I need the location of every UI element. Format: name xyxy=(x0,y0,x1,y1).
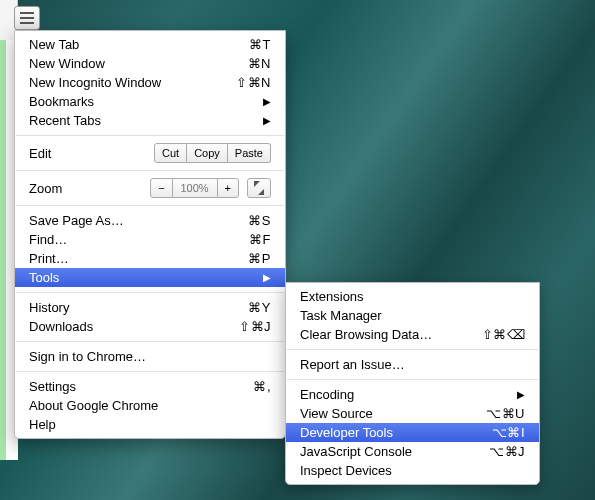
menu-label: About Google Chrome xyxy=(29,398,271,413)
submenu-item-clear-browsing[interactable]: Clear Browsing Data… ⇧⌘⌫ xyxy=(286,325,539,344)
menu-item-new-window[interactable]: New Window ⌘N xyxy=(15,54,285,73)
zoom-in-button[interactable]: + xyxy=(217,178,239,198)
menu-item-downloads[interactable]: Downloads ⇧⌘J xyxy=(15,317,285,336)
menu-shortcut: ⌥⌘I xyxy=(492,425,525,440)
hamburger-icon xyxy=(20,12,34,14)
menu-label: Extensions xyxy=(300,289,525,304)
submenu-item-encoding[interactable]: Encoding ▶ xyxy=(286,385,539,404)
menu-label: Inspect Devices xyxy=(300,463,525,478)
menu-label: Developer Tools xyxy=(300,425,492,440)
menu-item-find[interactable]: Find… ⌘F xyxy=(15,230,285,249)
chrome-menu-button[interactable] xyxy=(14,6,40,30)
menu-item-save-page[interactable]: Save Page As… ⌘S xyxy=(15,211,285,230)
menu-separator xyxy=(16,205,284,206)
menu-separator xyxy=(16,170,284,171)
submenu-item-view-source[interactable]: View Source ⌥⌘U xyxy=(286,404,539,423)
menu-label: New Window xyxy=(29,56,248,71)
menu-item-about[interactable]: About Google Chrome xyxy=(15,396,285,415)
menu-item-edit: Edit Cut Copy Paste xyxy=(15,141,285,165)
menu-shortcut: ⇧⌘J xyxy=(239,319,271,334)
menu-separator xyxy=(287,379,538,380)
menu-item-help[interactable]: Help xyxy=(15,415,285,434)
menu-label: Save Page As… xyxy=(29,213,248,228)
submenu-item-extensions[interactable]: Extensions xyxy=(286,287,539,306)
tools-submenu: Extensions Task Manager Clear Browsing D… xyxy=(285,282,540,485)
menu-shortcut: ⇧⌘N xyxy=(236,75,271,90)
menu-item-settings[interactable]: Settings ⌘, xyxy=(15,377,285,396)
menu-label: Encoding xyxy=(300,387,517,402)
menu-label: View Source xyxy=(300,406,486,421)
menu-shortcut: ⌘Y xyxy=(248,300,271,315)
menu-separator xyxy=(16,371,284,372)
menu-label: JavaScript Console xyxy=(300,444,489,459)
menu-label: Zoom xyxy=(29,181,150,196)
submenu-arrow-icon: ▶ xyxy=(263,96,271,107)
menu-separator xyxy=(16,292,284,293)
menu-item-zoom: Zoom − 100% + xyxy=(15,176,285,200)
zoom-out-button[interactable]: − xyxy=(150,178,172,198)
submenu-item-inspect-devices[interactable]: Inspect Devices xyxy=(286,461,539,480)
zoom-value: 100% xyxy=(173,178,217,198)
menu-shortcut: ⌘N xyxy=(248,56,271,71)
copy-button[interactable]: Copy xyxy=(187,143,228,163)
zoom-button-group: − 100% + xyxy=(150,178,239,198)
menu-shortcut: ⌥⌘J xyxy=(489,444,525,459)
cut-button[interactable]: Cut xyxy=(154,143,187,163)
submenu-item-task-manager[interactable]: Task Manager xyxy=(286,306,539,325)
menu-shortcut: ⌘S xyxy=(248,213,271,228)
chrome-main-menu: New Tab ⌘T New Window ⌘N New Incognito W… xyxy=(14,30,286,439)
menu-label: Tools xyxy=(29,270,263,285)
submenu-item-report-issue[interactable]: Report an Issue… xyxy=(286,355,539,374)
submenu-item-developer-tools[interactable]: Developer Tools ⌥⌘I xyxy=(286,423,539,442)
menu-label: Help xyxy=(29,417,271,432)
menu-shortcut: ⌘F xyxy=(249,232,271,247)
menu-label: Downloads xyxy=(29,319,239,334)
menu-label: Edit xyxy=(29,146,154,161)
menu-item-history[interactable]: History ⌘Y xyxy=(15,298,285,317)
menu-item-bookmarks[interactable]: Bookmarks ▶ xyxy=(15,92,285,111)
menu-label: Report an Issue… xyxy=(300,357,525,372)
menu-item-new-incognito[interactable]: New Incognito Window ⇧⌘N xyxy=(15,73,285,92)
submenu-item-js-console[interactable]: JavaScript Console ⌥⌘J xyxy=(286,442,539,461)
menu-label: Clear Browsing Data… xyxy=(300,327,482,342)
menu-label: Recent Tabs xyxy=(29,113,263,128)
menu-shortcut: ⇧⌘⌫ xyxy=(482,327,526,342)
fullscreen-icon xyxy=(255,182,263,194)
submenu-arrow-icon: ▶ xyxy=(263,272,271,283)
menu-shortcut: ⌥⌘U xyxy=(486,406,525,421)
menu-separator xyxy=(16,341,284,342)
menu-shortcut: ⌘T xyxy=(249,37,271,52)
menu-item-tools[interactable]: Tools ▶ xyxy=(15,268,285,287)
paste-button[interactable]: Paste xyxy=(228,143,271,163)
menu-label: Sign in to Chrome… xyxy=(29,349,271,364)
menu-label: New Incognito Window xyxy=(29,75,236,90)
menu-item-recent-tabs[interactable]: Recent Tabs ▶ xyxy=(15,111,285,130)
menu-label: Settings xyxy=(29,379,253,394)
menu-item-new-tab[interactable]: New Tab ⌘T xyxy=(15,35,285,54)
menu-shortcut: ⌘, xyxy=(253,379,271,394)
menu-shortcut: ⌘P xyxy=(248,251,271,266)
menu-label: History xyxy=(29,300,248,315)
menu-separator xyxy=(287,349,538,350)
submenu-arrow-icon: ▶ xyxy=(517,389,525,400)
edit-button-group: Cut Copy Paste xyxy=(154,143,271,163)
menu-label: Task Manager xyxy=(300,308,525,323)
menu-separator xyxy=(16,135,284,136)
submenu-arrow-icon: ▶ xyxy=(263,115,271,126)
menu-label: New Tab xyxy=(29,37,249,52)
menu-item-signin[interactable]: Sign in to Chrome… xyxy=(15,347,285,366)
menu-label: Print… xyxy=(29,251,248,266)
menu-item-print[interactable]: Print… ⌘P xyxy=(15,249,285,268)
menu-label: Bookmarks xyxy=(29,94,263,109)
menu-label: Find… xyxy=(29,232,249,247)
fullscreen-button[interactable] xyxy=(247,178,271,198)
